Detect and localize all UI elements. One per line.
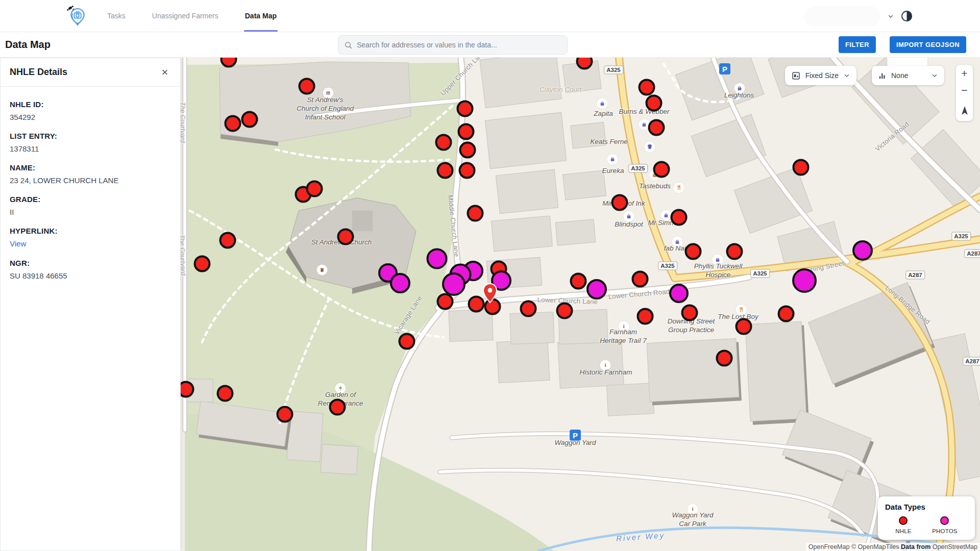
map-marker-nhle[interactable] — [556, 303, 573, 319]
map-marker-nhle[interactable] — [459, 162, 476, 179]
map-marker-nhle[interactable] — [736, 318, 752, 335]
map-marker-nhle[interactable] — [337, 229, 354, 245]
map-attribution: OpenFreeMap © OpenMapTiles Data from Ope… — [806, 543, 980, 551]
bar-chart-icon — [878, 72, 886, 80]
road-shield: A325 — [951, 232, 971, 241]
nhle-details-panel: NHLE Details × NHLE ID: 354292 LIST ENTR… — [0, 58, 181, 551]
metric-value: None — [891, 71, 926, 80]
map-marker-nhle[interactable] — [219, 232, 236, 249]
map-marker-nhle[interactable] — [520, 300, 537, 317]
close-icon[interactable]: × — [158, 65, 172, 80]
legend-title: Data Types — [885, 503, 968, 511]
fixed-size-icon — [792, 71, 800, 80]
zoom-out-button[interactable]: − — [956, 82, 973, 98]
app-logo-camera-pin-icon — [65, 4, 89, 29]
map-marker-nhle[interactable] — [225, 115, 241, 132]
map-marker-nhle[interactable] — [648, 119, 665, 136]
chevron-down-icon[interactable] — [888, 13, 894, 19]
road-shield: A287 — [905, 271, 925, 280]
map-marker-nhle[interactable] — [778, 306, 795, 322]
map-marker-photos[interactable] — [792, 268, 817, 293]
point-size-dropdown[interactable]: Fixed Size — [785, 66, 856, 85]
map-marker-nhle[interactable] — [639, 79, 655, 96]
import-geojson-button[interactable]: IMPORT GEOJSON — [890, 36, 966, 53]
map-marker-photos[interactable] — [390, 273, 410, 293]
top-nav: Tasks Unassigned Farmers Data Map — [0, 0, 980, 32]
map-marker-nhle[interactable] — [194, 256, 211, 272]
map-canvas[interactable]: iiiPPA325A325A325A325A325A287A287A287The… — [0, 58, 980, 551]
map-label: St Andrew's Church of England Infant Sch… — [297, 96, 354, 122]
map-label: Burns & Webber — [619, 108, 670, 116]
map-marker-nhle[interactable] — [793, 159, 810, 176]
map-marker-nhle[interactable] — [435, 134, 452, 151]
tab-data-map[interactable]: Data Map — [244, 0, 278, 32]
map-marker-nhle[interactable] — [217, 385, 234, 402]
map-marker-nhle[interactable] — [437, 162, 454, 179]
field-nhle-id: NHLE ID: 354292 — [10, 100, 171, 121]
map-marker-nhle[interactable] — [632, 271, 649, 288]
metric-dropdown[interactable]: None — [872, 66, 944, 85]
map-marker-photos[interactable] — [669, 284, 689, 303]
shirt-icon — [645, 142, 655, 153]
map-marker-nhle[interactable] — [611, 194, 628, 211]
map-marker-nhle[interactable] — [716, 350, 733, 367]
map-marker-nhle[interactable] — [671, 209, 688, 226]
map-label: Eureka — [602, 167, 624, 176]
map-marker-nhle[interactable] — [637, 308, 654, 325]
map-marker-nhle[interactable] — [459, 142, 476, 159]
map-marker-nhle[interactable] — [685, 243, 702, 260]
svg-text:i: i — [605, 362, 606, 368]
page-title: Data Map — [5, 39, 51, 51]
field-grade: GRADE: II — [10, 195, 171, 216]
tab-unassigned-farmers[interactable]: Unassigned Farmers — [151, 0, 219, 32]
road-shield: A325 — [604, 66, 623, 74]
map-marker-nhle[interactable] — [467, 205, 484, 222]
map-marker-nhle[interactable] — [220, 58, 237, 68]
legend-label: PHOTOS — [932, 528, 958, 534]
road-shield: A325 — [658, 262, 677, 270]
map-label: Tastebuds — [639, 182, 671, 191]
legend-item-nhle: NHLE — [895, 516, 911, 534]
school-icon — [323, 88, 334, 98]
info-icon: i — [688, 504, 698, 515]
map-marker-nhle[interactable] — [329, 399, 346, 416]
map-label: Victoria Road — [873, 120, 911, 154]
map-marker-nhle[interactable] — [457, 101, 474, 117]
map-marker-photos[interactable] — [427, 248, 448, 269]
map-marker-photos[interactable] — [442, 272, 465, 296]
map-marker-nhle[interactable] — [458, 123, 475, 140]
map-label: Zapita — [594, 110, 613, 118]
contrast-toggle-icon[interactable] — [901, 10, 913, 22]
map-marker-nhle[interactable] — [576, 58, 593, 70]
filter-button[interactable]: FILTER — [839, 36, 876, 53]
map-marker-photos[interactable] — [586, 279, 607, 299]
map-marker-nhle[interactable] — [726, 243, 743, 260]
map-marker-photos[interactable] — [852, 240, 873, 261]
bag-icon — [713, 255, 723, 265]
map-marker-nhle[interactable] — [241, 111, 258, 128]
search-input[interactable] — [357, 41, 561, 49]
svg-text:i: i — [623, 323, 625, 329]
map-marker-nhle[interactable] — [646, 95, 663, 112]
map-marker-nhle[interactable] — [399, 333, 415, 350]
osm-link[interactable]: OpenStreetMap — [933, 543, 977, 550]
map-marker-nhle[interactable] — [299, 78, 315, 95]
fork-icon — [736, 305, 747, 315]
nav-tabs: Tasks Unassigned Farmers Data Map — [106, 0, 278, 32]
tab-tasks[interactable]: Tasks — [106, 0, 127, 32]
zoom-in-button[interactable]: + — [956, 65, 973, 82]
map-marker-nhle[interactable] — [570, 273, 587, 290]
view-link[interactable]: View — [10, 239, 26, 248]
info-icon: i — [600, 360, 611, 371]
chevron-down-icon — [932, 72, 938, 79]
map-marker-nhle[interactable] — [681, 305, 698, 321]
flower-icon — [335, 383, 346, 394]
map-marker-nhle[interactable] — [653, 161, 670, 178]
selected-location-pin-icon[interactable] — [482, 283, 498, 306]
map-marker-nhle[interactable] — [306, 181, 323, 197]
compass-icon[interactable] — [960, 106, 969, 116]
user-menu[interactable] — [804, 6, 880, 27]
parking-icon: P — [719, 63, 730, 74]
field-list-entry: LIST ENTRY: 1378311 — [10, 132, 171, 153]
map-marker-nhle[interactable] — [277, 406, 293, 423]
